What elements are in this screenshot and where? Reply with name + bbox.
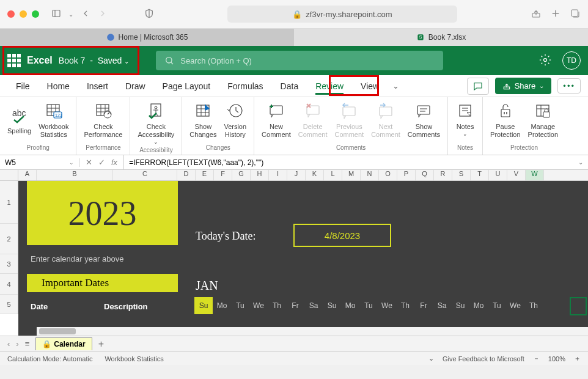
add-sheet-icon[interactable]: + (98, 339, 104, 350)
forward-icon[interactable] (98, 9, 108, 20)
comments-pane-button[interactable] (467, 78, 489, 95)
sheet-tab-bar: ‹ › ≡ 🔒 Calendar + (0, 336, 588, 351)
feedback-link[interactable]: Give Feedback to Microsoft (443, 355, 524, 362)
col-header-H[interactable]: H (251, 170, 269, 180)
browser-tab-book7[interactable]: S Book 7.xlsx (294, 29, 588, 46)
pause-protection-button[interactable]: Pause Protection (488, 100, 523, 140)
day-header-row: SuMoTuWeThFrSaSuMoTuWeThFrSaSuMoTuWeTh (194, 297, 543, 314)
show-changes-button[interactable]: Show Changes (187, 100, 219, 140)
tab-file[interactable]: File (7, 75, 39, 97)
app-launcher-icon[interactable] (7, 54, 21, 67)
tab-page-layout[interactable]: Page Layout (154, 75, 219, 97)
today-date-cell[interactable]: 4/8/2023 (293, 224, 391, 247)
col-header-U[interactable]: U (489, 170, 507, 180)
col-header-C[interactable]: C (113, 170, 177, 180)
document-name[interactable]: Book 7 - Saved ⌄ (59, 56, 129, 65)
col-header-V[interactable]: V (507, 170, 526, 180)
col-header-G[interactable]: G (232, 170, 251, 180)
tabs-icon[interactable] (570, 8, 581, 21)
accept-formula-icon[interactable]: ✓ (98, 158, 105, 167)
chevron-down-icon[interactable]: ⌄ (68, 11, 73, 18)
row-header-4[interactable]: 4 (0, 274, 18, 295)
col-header-R[interactable]: R (434, 170, 452, 180)
horizontal-scrollbar[interactable] (37, 327, 588, 336)
all-sheets-icon[interactable]: ≡ (25, 339, 30, 348)
col-header-I[interactable]: I (269, 170, 287, 180)
expand-formula-icon[interactable]: ⌄ (573, 159, 588, 166)
row-header-2[interactable]: 2 (0, 224, 18, 254)
chevron-left-icon[interactable]: ‹ (7, 339, 10, 348)
col-header-E[interactable]: E (196, 170, 214, 180)
col-header-P[interactable]: P (397, 170, 416, 180)
tab-draw[interactable]: Draw (117, 75, 154, 97)
shield-icon[interactable] (144, 9, 154, 20)
column-headers: ABCDEFGHIJKLMNOPQRSTUVW (0, 170, 588, 181)
back-icon[interactable] (81, 9, 90, 20)
browser-tab-home[interactable]: Home | Microsoft 365 (0, 29, 294, 46)
spelling-button[interactable]: abc Spelling (5, 100, 34, 140)
col-header-L[interactable]: L (324, 170, 342, 180)
manage-protection-button[interactable]: Manage Protection (526, 100, 561, 140)
ribbon-tabs: File Home Insert Draw Page Layout Formul… (0, 75, 588, 97)
col-header-J[interactable]: J (287, 170, 306, 180)
notes-button[interactable]: Notes⌄ (453, 100, 477, 139)
share-button[interactable]: Share ⌄ (495, 78, 552, 94)
col-header-M[interactable]: M (342, 170, 361, 180)
more-options-button[interactable]: ••• (557, 78, 581, 94)
col-header-T[interactable]: T (471, 170, 489, 180)
close-window-button[interactable] (7, 10, 15, 18)
user-avatar[interactable]: TD (562, 51, 581, 70)
col-header-S[interactable]: S (452, 170, 471, 180)
minimize-window-button[interactable] (20, 10, 27, 18)
check-accessibility-button[interactable]: Check Accessibility⌄ (135, 100, 177, 147)
row-header-3[interactable]: 3 (0, 254, 18, 274)
show-comments-button[interactable]: Show Comments (405, 100, 443, 140)
today-label: Today's Date: (196, 230, 255, 243)
zoom-in-icon[interactable]: ＋ (574, 354, 581, 363)
chevron-down-icon[interactable]: ⌄ (388, 81, 404, 90)
row-header-1[interactable]: 1 (0, 181, 18, 224)
version-history-button[interactable]: Version History (221, 100, 249, 140)
cancel-formula-icon[interactable]: ✕ (86, 158, 92, 167)
day-header: Sa (433, 297, 451, 314)
col-header-D[interactable]: D (177, 170, 196, 180)
tab-insert[interactable]: Insert (78, 75, 117, 97)
settings-icon[interactable] (539, 54, 551, 68)
tab-view[interactable]: View (352, 75, 388, 97)
tab-data[interactable]: Data (272, 75, 307, 97)
col-header-N[interactable]: N (361, 170, 379, 180)
year-cell[interactable]: 2023 (27, 181, 178, 245)
col-header-O[interactable]: O (379, 170, 397, 180)
fx-icon[interactable]: fx (111, 158, 117, 167)
col-header-B[interactable]: B (37, 170, 113, 180)
search-input[interactable]: Search (Option + Q) (156, 51, 443, 70)
zoom-out-icon[interactable]: － (533, 354, 540, 363)
url-bar[interactable]: 🔒 zf3vr-my.sharepoint.com (227, 6, 457, 23)
new-comment-button[interactable]: New Comment (259, 100, 293, 140)
select-all-corner[interactable] (0, 170, 18, 180)
spreadsheet-grid[interactable]: ABCDEFGHIJKLMNOPQRSTUVW 12345 2023 Today… (0, 170, 588, 336)
tab-review[interactable]: Review (307, 75, 352, 97)
row-header-5[interactable]: 5 (0, 295, 18, 314)
formula-input[interactable]: =IFERROR(LEFT(TEXT(W6,"aaa"), 2),"") (124, 158, 573, 167)
share-icon[interactable] (531, 8, 542, 21)
chevron-right-icon[interactable]: › (16, 339, 18, 348)
new-tab-icon[interactable] (550, 8, 561, 21)
workbook-statistics-button[interactable]: 123 Workbook Statistics (36, 100, 71, 140)
col-header-W[interactable]: W (526, 170, 544, 180)
check-performance-button[interactable]: Check Performance (81, 100, 125, 140)
tab-home[interactable]: Home (39, 75, 78, 97)
sidebar-icon[interactable] (51, 9, 61, 20)
col-header-Q[interactable]: Q (416, 170, 434, 180)
tab-formulas[interactable]: Formulas (219, 75, 271, 97)
workbook-stats-link[interactable]: Workbook Statistics (105, 355, 163, 362)
delete-comment-button: Delete Comment (296, 100, 330, 140)
chevron-down-icon[interactable]: ⌄ (428, 355, 434, 362)
col-header-K[interactable]: K (306, 170, 324, 180)
sheet-tab-calendar[interactable]: 🔒 Calendar (35, 337, 92, 350)
sheet-content[interactable]: 2023 Today's Date: 4/8/2023 Enter calend… (18, 181, 588, 336)
col-header-A[interactable]: A (18, 170, 37, 180)
col-header-F[interactable]: F (214, 170, 232, 180)
maximize-window-button[interactable] (32, 10, 39, 18)
name-box[interactable]: W5⌄ (0, 158, 79, 167)
